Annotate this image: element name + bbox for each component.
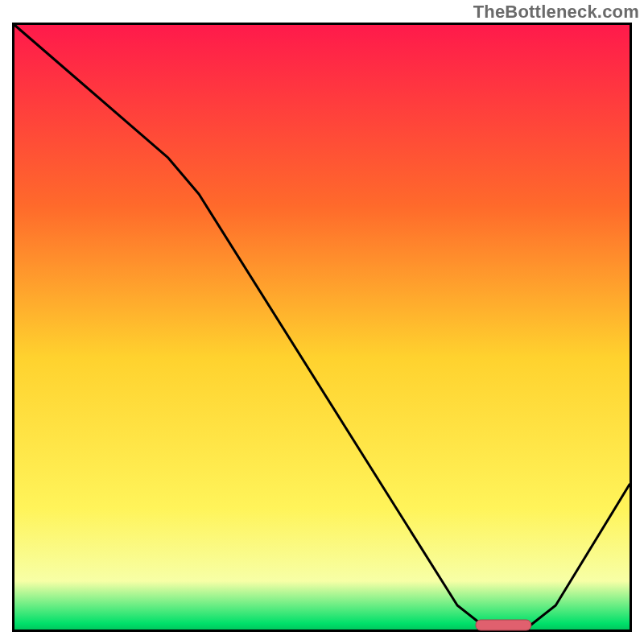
- watermark-text: TheBottleneck.com: [473, 2, 639, 23]
- optimal-marker: [476, 620, 531, 630]
- plot-area: [12, 23, 632, 632]
- chart-svg: [12, 23, 632, 632]
- chart-stage: TheBottleneck.com: [0, 0, 644, 644]
- gradient-background: [14, 25, 630, 630]
